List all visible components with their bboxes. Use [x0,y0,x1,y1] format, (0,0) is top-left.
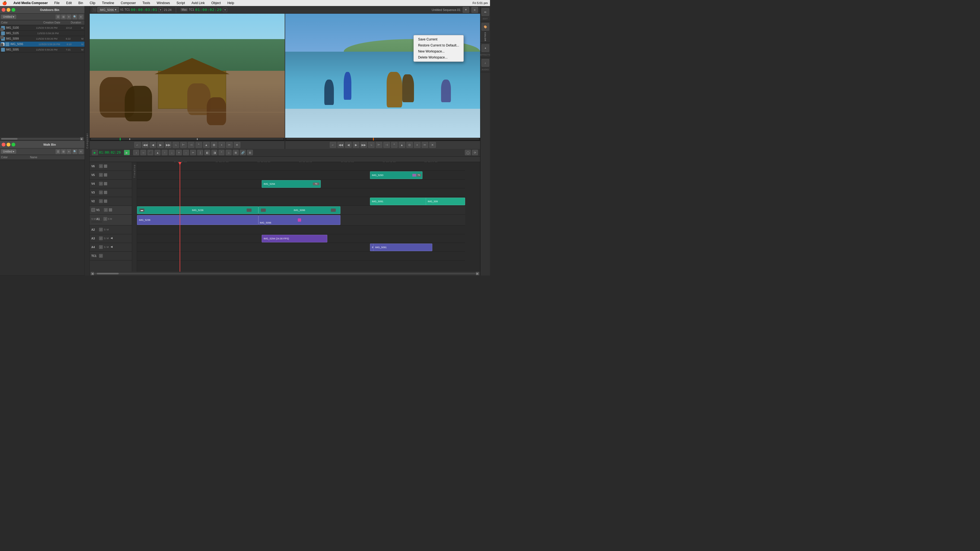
left-tool-2[interactable] [0,35,3,39]
track-lane-tc1[interactable] [137,252,465,260]
bin-row-img5099[interactable]: IMG_5099 11/5/20 5:59:26 PM 6:22 M [0,36,84,41]
clip-a4-img5091[interactable]: IMG_5091 [373,243,432,251]
walk-bin-close[interactable] [2,143,5,146]
outdoors-menu-btn[interactable]: ≡ [78,14,83,19]
source-clip-tag[interactable]: IMG_5096 ▾ [97,7,119,12]
tl-slip[interactable]: ◧ [204,150,210,155]
tl-trim[interactable]: ✂ [190,150,196,155]
tl-markers[interactable]: ◯ [465,150,471,155]
tl-zoom-in[interactable]: + [176,150,182,155]
source-scrubber-bar[interactable] [90,138,285,140]
clip-v2-img509[interactable]: IMG_509 [426,198,465,205]
rp-effects-btn[interactable]: ✦ [482,44,489,52]
rec-loop[interactable]: ⊙ [406,142,413,148]
walk-bin-maximize[interactable] [11,143,15,146]
clip-v5-img5293[interactable]: IMG_5293 TS [370,171,422,179]
outdoors-bin-minimize[interactable] [6,8,10,12]
track-lane-v1[interactable]: ▬ IMG_5236 IMG_5096 [137,206,465,214]
tl-slide[interactable]: ◨ [212,150,217,155]
track-lane-a2[interactable] [137,225,465,234]
source-fast-back[interactable]: ⬛ [92,8,96,12]
menu-avid[interactable]: Avid Media Composer [12,1,49,5]
left-tool-3[interactable] [0,43,3,46]
tl-match-frame[interactable]: ⊠ [233,150,239,155]
walk-tab-btn[interactable]: Untitled ▾ [1,149,16,154]
src-lift[interactable]: ⌃ [196,142,202,148]
tl-tool-2[interactable]: ↔ [140,150,146,155]
src-mark-out[interactable]: ¬ [173,142,179,148]
tl-scroll-left[interactable]: ◀ [91,272,94,275]
v3-lock[interactable]: / [99,191,103,194]
v1-selector[interactable] [91,208,95,212]
tl-play-indicator[interactable]: ▶ [92,150,98,155]
track-lane-v4[interactable]: IMG_5294 TS [137,179,465,188]
ctx-delete-workspace[interactable]: Delete Workspace... [414,54,463,60]
src-splice[interactable]: ⊢ [180,142,187,148]
rp-audio-btn[interactable]: ♪ [482,59,489,67]
v6-lock[interactable]: / [99,164,103,168]
walk-view-grid[interactable]: ⊞ [61,149,66,154]
src-mark-in[interactable]: ⌐ [134,142,141,148]
record-monitor[interactable]: Save Current Restore Current to Default.… [285,14,480,140]
src-extract[interactable]: ▲ [203,142,210,148]
tc1-lock[interactable]: / [99,254,103,258]
rec-play[interactable]: ▶ [353,142,359,148]
menu-file[interactable]: File [53,1,61,5]
bin-row-img5105[interactable]: IMG_5105 11/5/20 5:59:26 PM [0,30,84,36]
rec-splice[interactable]: ⊢ [376,142,382,148]
monitor-menu-btn[interactable]: ≡ [471,7,478,13]
walk-bin-minimize[interactable] [6,143,10,146]
v4-lock[interactable]: / [99,182,103,186]
src-fwd-1[interactable]: ▶▶ [165,142,172,148]
a2-lock[interactable]: / [99,228,103,232]
tl-link[interactable]: 🔗 [240,150,246,155]
outdoors-bin-close[interactable] [2,8,5,12]
rec-back-1[interactable]: ◀ [345,142,352,148]
tl-add-edit[interactable]: | [197,150,203,155]
track-lane-a4[interactable]: IMG_5096 IMG_5091 [137,243,465,252]
tl-snap[interactable]: ⊞ [247,150,253,155]
menu-windows[interactable]: Windows [156,1,171,5]
src-close[interactable]: ✕ [234,142,240,148]
rec-overwrite[interactable]: ⊣ [383,142,390,148]
rec-back-fast[interactable]: ◀◀ [337,142,344,148]
track-lane-v3[interactable] [137,188,465,197]
outdoors-scroll-right[interactable]: ▶ [80,137,83,140]
walk-view-details[interactable]: ≡ [67,149,72,154]
bin-row-img5096[interactable]: IMG_5096 11/5/20 5:59:26 PM 6:10 M [0,41,84,47]
sequence-dropdown-btn[interactable]: ▾ [463,7,469,13]
clip-v1-img5096[interactable]: IMG_5096 [258,206,340,214]
left-tool-1[interactable] [0,28,3,31]
a4-lock[interactable]: / [99,245,103,249]
tl-tool-5[interactable]: ↑ [162,150,168,155]
clip-a1-img5096[interactable]: IMG_5096 [258,215,340,225]
clip-a3-img5294[interactable]: IMG_5294 (24.00 FPS) [262,235,327,243]
clip-a1-img5236[interactable]: IMG_5236 [137,215,258,225]
rec-fwd-1[interactable]: ▶▶ [360,142,367,148]
rec-trim[interactable]: ✂ [422,142,428,148]
rp-color-btn[interactable]: 🎨 [482,23,489,30]
tl-play-btn[interactable]: ▶ [124,150,130,155]
outdoors-bin-maximize[interactable] [11,8,15,12]
walk-search-btn[interactable]: 🔍 [72,149,77,154]
ctx-save-current[interactable]: Save Current [414,37,463,42]
menu-object[interactable]: Object [210,1,222,5]
outdoors-search-btn[interactable]: 🔍 [72,14,77,19]
tl-tool-4[interactable]: ▲ [154,150,161,155]
menu-help[interactable]: Help [226,1,235,5]
v1-lock[interactable]: / [104,208,108,212]
track-lane-v2[interactable]: IMG_5091 IMG_509 [137,197,465,206]
a3-lock[interactable]: / [99,237,103,240]
ctx-new-workspace[interactable]: New Workspace... [414,48,463,54]
menu-composer[interactable]: Composer [120,1,137,5]
tl-lift[interactable]: ⌃ [218,150,224,155]
src-play[interactable]: ▶ [157,142,164,148]
rec-mark-out[interactable]: ¬ [368,142,375,148]
rec-extract[interactable]: ▲ [399,142,405,148]
menu-clip[interactable]: Clip [89,1,97,5]
track-lane-a1[interactable]: IMG_5236 IMG_5096 [137,214,465,225]
record-dropdown-btn[interactable]: ▾ [223,8,227,12]
tl-autoscroll[interactable]: ⟳ [472,150,478,155]
menu-tools[interactable]: Tools [142,1,151,5]
rp-edit-btn[interactable]: ✏ [482,8,489,16]
